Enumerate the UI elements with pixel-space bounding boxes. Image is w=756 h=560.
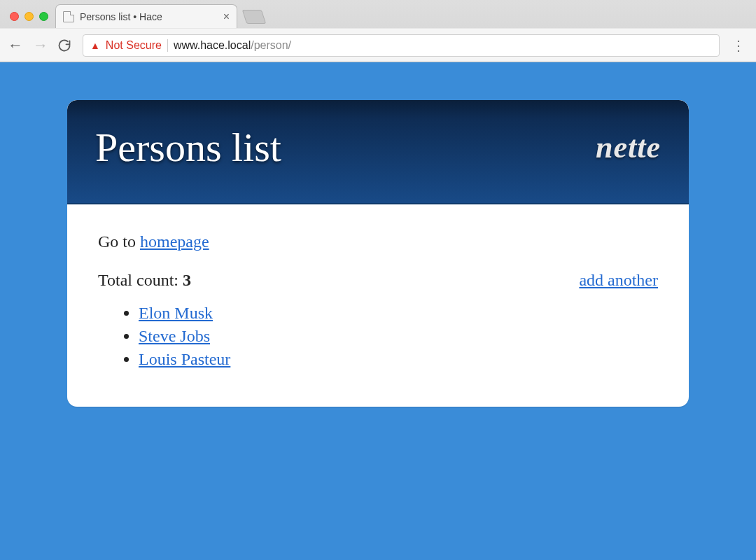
list-item: Elon Musk <box>139 304 658 323</box>
person-link[interactable]: Louis Pasteur <box>139 350 230 368</box>
forward-button[interactable]: → <box>32 36 49 55</box>
total-count-label: Total count: <box>98 271 183 289</box>
total-count-value: 3 <box>183 271 191 289</box>
window-controls <box>6 12 55 28</box>
list-item: Louis Pasteur <box>139 350 658 369</box>
minimize-window-button[interactable] <box>24 12 34 21</box>
browser-tab[interactable]: Persons list • Hace × <box>55 4 237 28</box>
browser-chrome: Persons list • Hace × ← → ▲ Not Secure w… <box>0 0 756 62</box>
total-count: Total count: 3 <box>98 271 191 290</box>
browser-menu-button[interactable]: ⋮ <box>728 37 749 54</box>
goto-prefix: Go to <box>98 232 140 251</box>
goto-line: Go to homepage <box>98 232 658 251</box>
tab-close-button[interactable]: × <box>223 10 230 23</box>
address-bar[interactable]: ▲ Not Secure www.hace.local/person/ <box>83 34 720 57</box>
url-host: www.hace.local <box>174 39 251 51</box>
url-path: /person/ <box>251 39 291 51</box>
browser-toolbar: ← → ▲ Not Secure www.hace.local/person/ … <box>0 28 756 62</box>
not-secure-icon: ▲ <box>90 40 100 51</box>
nette-logo: nette <box>596 130 661 165</box>
card-body: Go to homepage Total count: 3 add anothe… <box>67 204 689 407</box>
not-secure-label: Not Secure <box>106 39 162 52</box>
page-title: Persons list <box>95 124 281 171</box>
person-link[interactable]: Elon Musk <box>139 304 213 322</box>
reload-button[interactable] <box>57 38 74 52</box>
card-header: Persons list nette <box>67 100 689 204</box>
page-icon <box>63 11 74 22</box>
content-card: Persons list nette Go to homepage Total … <box>67 100 689 407</box>
close-window-button[interactable] <box>10 12 19 21</box>
person-link[interactable]: Steve Jobs <box>139 327 210 345</box>
add-another-link[interactable]: add another <box>579 271 658 290</box>
page-viewport: Persons list nette Go to homepage Total … <box>0 62 756 560</box>
persons-list: Elon Musk Steve Jobs Louis Pasteur <box>139 304 658 369</box>
count-row: Total count: 3 add another <box>98 271 658 290</box>
separator <box>167 39 168 52</box>
homepage-link[interactable]: homepage <box>140 232 209 251</box>
tab-bar: Persons list • Hace × <box>0 0 756 28</box>
new-tab-button[interactable] <box>242 10 266 24</box>
tab-title: Persons list • Hace <box>80 11 162 22</box>
list-item: Steve Jobs <box>139 327 658 346</box>
back-button[interactable]: ← <box>7 36 24 55</box>
zoom-window-button[interactable] <box>39 12 48 21</box>
